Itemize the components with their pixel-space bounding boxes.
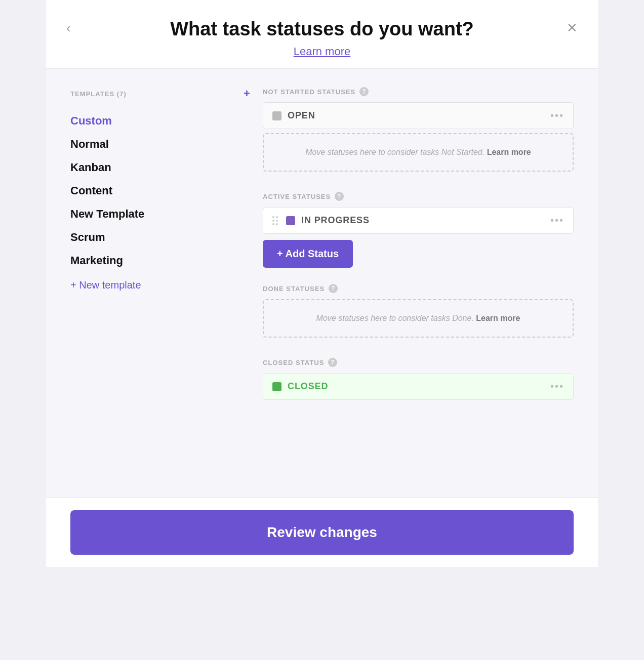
modal-footer: Review changes (46, 498, 598, 567)
in-progress-status-dot (286, 216, 295, 225)
statuses-panel: NOT STARTED STATUSES ? OPEN ••• Move sta… (263, 87, 574, 479)
in-progress-status-menu[interactable]: ••• (550, 215, 564, 226)
close-button[interactable]: ✕ (567, 21, 578, 34)
review-changes-button[interactable]: Review changes (70, 510, 574, 555)
done-section: DONE STATUSES ? Move statuses here to co… (263, 284, 574, 342)
closed-status-row: CLOSED ••• (263, 373, 574, 400)
active-help-icon[interactable]: ? (335, 192, 344, 201)
template-item-normal[interactable]: Normal (70, 133, 251, 156)
closed-section: CLOSED STATUS ? CLOSED ••• (263, 358, 574, 404)
not-started-help-icon[interactable]: ? (359, 87, 369, 96)
active-label: ACTIVE STATUSES ? (263, 192, 574, 201)
open-status-menu[interactable]: ••• (550, 110, 564, 121)
in-progress-status-row: IN PROGRESS ••• (263, 207, 574, 234)
task-statuses-modal: ‹ ✕ What task statuses do you want? Lear… (46, 0, 598, 567)
in-progress-status-label: IN PROGRESS (301, 215, 544, 226)
learn-more-link[interactable]: Learn more (294, 45, 351, 58)
templates-label: TEMPLATES (7) (70, 90, 127, 98)
template-item-content[interactable]: Content (70, 179, 251, 202)
back-button[interactable]: ‹ (66, 21, 71, 34)
open-status-label: OPEN (288, 110, 544, 121)
open-status-row: OPEN ••• (263, 102, 574, 129)
template-item-marketing[interactable]: Marketing (70, 249, 251, 272)
drag-handle[interactable] (272, 216, 278, 225)
closed-help-icon[interactable]: ? (328, 358, 337, 367)
closed-status-dot (272, 382, 281, 391)
add-status-button[interactable]: + Add Status (263, 240, 353, 268)
page-title: What task statuses do you want? (70, 18, 574, 40)
template-item-new-template[interactable]: New Template (70, 202, 251, 226)
closed-status-menu[interactable]: ••• (550, 381, 564, 392)
template-item-custom[interactable]: Custom (70, 109, 251, 133)
new-template-link[interactable]: + New template (70, 279, 141, 291)
template-item-scrum[interactable]: Scrum (70, 226, 251, 249)
done-drop-zone: Move statuses here to consider tasks Don… (263, 299, 574, 338)
done-help-icon[interactable]: ? (329, 284, 338, 293)
add-template-icon[interactable]: + (244, 87, 251, 100)
not-started-drop-zone: Move statuses here to consider tasks Not… (263, 133, 574, 172)
done-label: DONE STATUSES ? (263, 284, 574, 293)
closed-label: CLOSED STATUS ? (263, 358, 574, 367)
templates-panel: TEMPLATES (7) + Custom Normal Kanban Con… (70, 87, 263, 479)
open-status-dot (272, 111, 281, 120)
modal-body: TEMPLATES (7) + Custom Normal Kanban Con… (46, 69, 598, 498)
templates-header: TEMPLATES (7) + (70, 87, 251, 100)
active-section: ACTIVE STATUSES ? IN PROGRESS ••• + Add … (263, 192, 574, 268)
closed-status-label: CLOSED (288, 381, 544, 392)
not-started-label: NOT STARTED STATUSES ? (263, 87, 574, 96)
modal-header: ‹ ✕ What task statuses do you want? Lear… (46, 0, 598, 69)
not-started-section: NOT STARTED STATUSES ? OPEN ••• Move sta… (263, 87, 574, 176)
template-item-kanban[interactable]: Kanban (70, 156, 251, 179)
